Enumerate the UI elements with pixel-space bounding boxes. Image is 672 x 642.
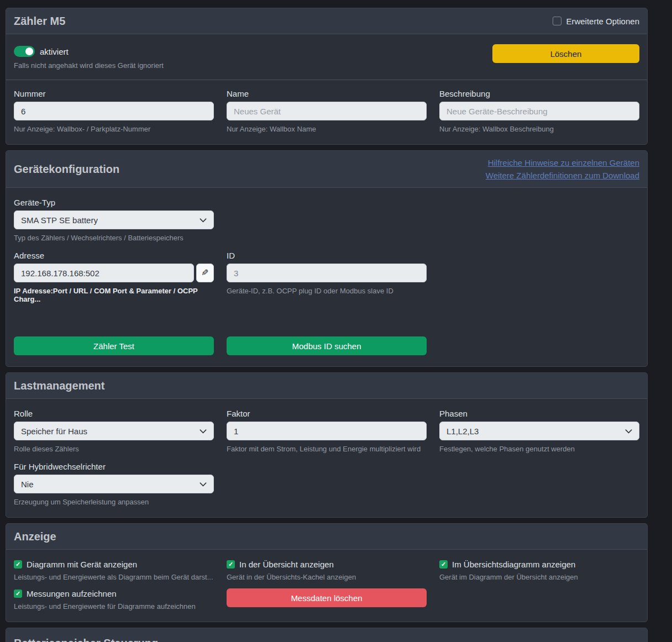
field-id: ID Geräte-ID, z.B. OCPP plug ID oder Mod… bbox=[227, 251, 427, 303]
battery-control-title: Batteriespeicher Steuerung bbox=[14, 636, 158, 642]
advanced-options-checkbox[interactable]: Erweiterte Optionen bbox=[553, 17, 639, 26]
nummer-hint: Nur Anzeige: Wallbox- / Parkplatz-Nummer bbox=[14, 125, 214, 133]
enabled-label: aktiviert bbox=[40, 47, 69, 56]
toggle-knob bbox=[25, 48, 33, 55]
nummer-input[interactable] bbox=[14, 102, 214, 120]
checkbox-checked-icon: ✓ bbox=[439, 560, 448, 569]
beschreibung-hint: Nur Anzeige: Wallbox Beschreibung bbox=[439, 125, 639, 133]
faktor-hint: Faktor mit dem Strom, Leistung und Energ… bbox=[227, 445, 427, 453]
phasen-hint: Festlegen, welche Phasen genutzt werden bbox=[439, 445, 639, 453]
phasen-label: Phasen bbox=[439, 409, 639, 418]
delete-measurement-data-button[interactable]: Messdaten löschen bbox=[227, 588, 427, 607]
faktor-input[interactable] bbox=[227, 422, 427, 440]
activate-left: aktiviert Falls nicht angehakt wird dies… bbox=[14, 44, 164, 70]
id-label: ID bbox=[227, 251, 427, 260]
show-in-overview-block: ✓ In der Übersicht anzeigen Gerät in der… bbox=[227, 560, 427, 581]
record-measurements-hint: Leistungs- und Energiewerte für Diagramm… bbox=[14, 602, 214, 611]
load-management-card: Lastmanagement Rolle Speicher für Haus R… bbox=[6, 372, 648, 518]
address-id-row: Adresse ✎ IP Adresse:Port / URL / COM Po… bbox=[14, 251, 639, 303]
help-links: Hilfreiche Hinweise zu einzelnen Geräten… bbox=[486, 156, 639, 182]
checkbox-unchecked-icon[interactable] bbox=[553, 17, 561, 25]
show-in-overview-diagram-block: ✓ Im Übersichtsdiagramm anzeigen Gerät i… bbox=[439, 560, 639, 581]
link-device-hints[interactable]: Hilfreiche Hinweise zu einzelnen Geräten bbox=[486, 156, 639, 169]
divider bbox=[6, 80, 647, 80]
device-type-row: Geräte-Typ SMA STP SE battery Typ des Zä… bbox=[14, 198, 639, 242]
device-config-title: Gerätekonfiguration bbox=[14, 162, 119, 176]
page-container: Zähler M5 Erweiterte Optionen aktiviert … bbox=[6, 8, 648, 642]
battery-control-card: Batteriespeicher Steuerung bbox=[6, 628, 648, 642]
field-rolle: Rolle Speicher für Haus Rolle dieses Zäh… bbox=[14, 409, 214, 453]
link-meter-definitions[interactable]: Weitere Zählerdefinitionen zum Download bbox=[486, 169, 639, 182]
display-col-3: ✓ Im Übersichtsdiagramm anzeigen Gerät i… bbox=[439, 560, 639, 611]
display-col-1: ✓ Diagramm mit Gerät anzeigen Leistungs-… bbox=[14, 560, 214, 611]
beschreibung-input[interactable] bbox=[439, 102, 639, 120]
field-phasen: Phasen L1,L2,L3 Festlegen, welche Phasen… bbox=[439, 409, 639, 453]
config-buttons-row: Zähler Test Modbus ID suchen bbox=[14, 336, 639, 355]
diagram-with-device-label: Diagramm mit Gerät anzeigen bbox=[27, 560, 137, 569]
load-management-body: Rolle Speicher für Haus Rolle dieses Zäh… bbox=[6, 399, 647, 517]
check-icon: ✓ bbox=[15, 561, 20, 567]
adresse-input-group: ✎ bbox=[14, 264, 214, 282]
display-title: Anzeige bbox=[14, 529, 56, 544]
name-input[interactable] bbox=[227, 102, 427, 120]
pencil-icon: ✎ bbox=[201, 269, 208, 277]
page-title: Zähler M5 bbox=[14, 14, 65, 28]
geraete-typ-value: SMA STP SE battery bbox=[21, 215, 98, 225]
field-faktor: Faktor Faktor mit dem Strom, Leistung un… bbox=[227, 409, 427, 453]
checkbox-checked-icon: ✓ bbox=[227, 560, 235, 569]
display-body: ✓ Diagramm mit Gerät anzeigen Leistungs-… bbox=[6, 550, 647, 622]
adresse-input[interactable] bbox=[14, 264, 194, 282]
load-management-title: Lastmanagement bbox=[14, 378, 105, 393]
meter-card: Zähler M5 Erweiterte Optionen aktiviert … bbox=[6, 8, 648, 145]
activate-row: aktiviert Falls nicht angehakt wird dies… bbox=[14, 44, 639, 70]
geraete-typ-hint: Typ des Zählers / Wechselrichters / Batt… bbox=[14, 234, 214, 242]
rolle-hint: Rolle dieses Zählers bbox=[14, 445, 214, 453]
delete-device-button[interactable]: Löschen bbox=[492, 44, 639, 63]
adresse-label: Adresse bbox=[14, 251, 214, 260]
geraete-typ-label: Geräte-Typ bbox=[14, 198, 214, 207]
enabled-toggle-wrap[interactable]: aktiviert bbox=[14, 46, 164, 57]
show-in-overview-label: In der Übersicht anzeigen bbox=[239, 560, 334, 569]
load-management-header: Lastmanagement bbox=[6, 373, 647, 399]
load-mgmt-row: Rolle Speicher für Haus Rolle dieses Zäh… bbox=[14, 409, 639, 453]
field-beschreibung: Beschreibung Nur Anzeige: Wallbox Beschr… bbox=[439, 89, 639, 133]
meter-card-body: aktiviert Falls nicht angehakt wird dies… bbox=[6, 34, 647, 144]
device-config-header: Gerätekonfiguration Hilfreiche Hinweise … bbox=[6, 151, 647, 188]
check-icon: ✓ bbox=[15, 591, 20, 597]
field-hybrid: Für Hybridwechselrichter Nie Erzeugung u… bbox=[14, 462, 214, 506]
hybrid-value: Nie bbox=[21, 480, 34, 489]
record-measurements-checkbox[interactable]: ✓ Messungen aufzeichnen bbox=[14, 589, 214, 598]
rolle-select[interactable]: Speicher für Haus bbox=[14, 422, 214, 440]
checkbox-checked-icon: ✓ bbox=[14, 560, 22, 569]
hybrid-hint: Erzeugung um Speicherleistung anpassen bbox=[14, 498, 214, 506]
show-in-overview-checkbox[interactable]: ✓ In der Übersicht anzeigen bbox=[227, 560, 427, 569]
field-adresse: Adresse ✎ IP Adresse:Port / URL / COM Po… bbox=[14, 251, 214, 303]
diagram-with-device-hint: Leistungs- und Energiewerte als Diagramm… bbox=[14, 573, 214, 581]
chevron-down-icon bbox=[199, 427, 207, 435]
phasen-select[interactable]: L1,L2,L3 bbox=[439, 422, 639, 440]
chevron-down-icon bbox=[199, 480, 207, 488]
rolle-value: Speicher für Haus bbox=[21, 427, 87, 436]
meter-test-button[interactable]: Zähler Test bbox=[14, 336, 214, 355]
hybrid-select[interactable]: Nie bbox=[14, 475, 214, 493]
show-in-overview-hint: Gerät in der Übersichts-Kachel anzeigen bbox=[227, 573, 427, 581]
show-in-overview-diagram-hint: Gerät im Diagramm der Übersicht anzeigen bbox=[439, 573, 639, 581]
advanced-options-label: Erweiterte Optionen bbox=[566, 17, 639, 26]
checkbox-checked-icon: ✓ bbox=[14, 590, 22, 598]
adresse-hint: IP Adresse:Port / URL / COM Port & Param… bbox=[14, 287, 214, 303]
geraete-typ-select[interactable]: SMA STP SE battery bbox=[14, 211, 214, 229]
show-in-overview-diagram-checkbox[interactable]: ✓ Im Übersichtsdiagramm anzeigen bbox=[439, 560, 639, 569]
meter-fields-row: Nummer Nur Anzeige: Wallbox- / Parkplatz… bbox=[14, 89, 639, 133]
nummer-label: Nummer bbox=[14, 89, 214, 98]
toggle-on-icon[interactable] bbox=[14, 46, 35, 57]
name-label: Name bbox=[227, 89, 427, 98]
hybrid-label: Für Hybridwechselrichter bbox=[14, 462, 214, 471]
diagram-with-device-checkbox[interactable]: ✓ Diagramm mit Gerät anzeigen bbox=[14, 560, 214, 569]
show-in-overview-diagram-label: Im Übersichtsdiagramm anzeigen bbox=[452, 560, 575, 569]
chevron-down-icon bbox=[199, 216, 207, 224]
id-input[interactable] bbox=[227, 264, 427, 282]
chevron-down-icon bbox=[624, 427, 633, 435]
display-row: ✓ Diagramm mit Gerät anzeigen Leistungs-… bbox=[14, 560, 639, 611]
edit-address-button[interactable]: ✎ bbox=[196, 264, 214, 282]
modbus-id-search-button[interactable]: Modbus ID suchen bbox=[227, 336, 427, 355]
